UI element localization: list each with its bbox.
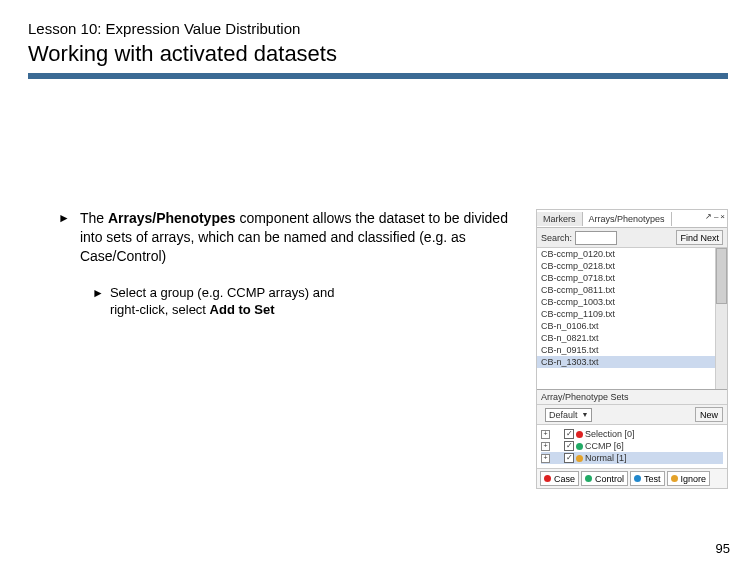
list-item[interactable]: CB-ccmp_0218.txt — [537, 260, 727, 272]
category-label: Ignore — [681, 474, 707, 484]
checkbox[interactable]: ✓ — [564, 441, 574, 451]
tree-row[interactable]: +✓CCMP [6] — [541, 440, 723, 452]
expand-icon[interactable]: + — [541, 454, 550, 463]
paragraph-main: The Arrays/Phenotypes component allows t… — [80, 209, 522, 266]
checkbox[interactable]: ✓ — [564, 429, 574, 439]
color-dot-icon — [576, 431, 583, 438]
tree-row[interactable]: +✓Normal [1] — [541, 452, 723, 464]
tab-arrays-phenotypes[interactable]: Arrays/Phenotypes — [583, 212, 672, 226]
checkbox[interactable]: ✓ — [564, 453, 574, 463]
paragraph-sub: Select a group (e.g. CCMP arrays) and ri… — [110, 284, 350, 319]
list-item[interactable]: CB-n_0821.txt — [537, 332, 727, 344]
panel-tab-bar: Markers Arrays/Phenotypes ↗ – × — [537, 210, 727, 228]
find-next-button[interactable]: Find Next — [676, 230, 723, 245]
file-list[interactable]: CB-ccmp_0120.txtCB-ccmp_0218.txtCB-ccmp_… — [537, 248, 727, 390]
bullet-arrow-icon: ► — [58, 211, 70, 266]
category-tab[interactable]: Ignore — [667, 471, 711, 486]
list-item[interactable]: CB-ccmp_1109.txt — [537, 308, 727, 320]
panel-window-controls: ↗ – × — [705, 212, 725, 221]
color-dot-icon — [544, 475, 551, 482]
bullet-arrow-icon: ► — [92, 286, 104, 319]
arrays-phenotypes-panel: Markers Arrays/Phenotypes ↗ – × Search: … — [536, 209, 728, 489]
list-item[interactable]: CB-ccmp_0120.txt — [537, 248, 727, 260]
minimize-icon[interactable]: – — [714, 212, 718, 221]
tree-label: Normal [1] — [585, 453, 627, 463]
sets-header-row: Array/Phenotype Sets — [537, 390, 727, 405]
list-item[interactable]: CB-n_0915.txt — [537, 344, 727, 356]
tree-row[interactable]: +✓Selection [0] — [541, 428, 723, 440]
color-dot-icon — [576, 443, 583, 450]
category-tab[interactable]: Test — [630, 471, 665, 486]
sets-combo[interactable]: Default ▼ — [545, 408, 592, 422]
tree-label: CCMP [6] — [585, 441, 624, 451]
category-tab[interactable]: Control — [581, 471, 628, 486]
tree-label: Selection [0] — [585, 429, 635, 439]
search-input[interactable] — [575, 231, 617, 245]
new-set-button[interactable]: New — [695, 407, 723, 422]
expand-icon[interactable]: + — [541, 442, 550, 451]
category-tab[interactable]: Case — [540, 471, 579, 486]
color-dot-icon — [634, 475, 641, 482]
tab-markers[interactable]: Markers — [537, 212, 583, 226]
lesson-header: Lesson 10: Expression Value Distribution — [28, 20, 728, 37]
list-item[interactable]: CB-ccmp_0811.txt — [537, 284, 727, 296]
title-rule — [28, 73, 728, 79]
slide-title: Working with activated datasets — [28, 41, 728, 67]
vertical-scrollbar[interactable] — [715, 248, 727, 389]
list-item[interactable]: CB-n_0106.txt — [537, 320, 727, 332]
category-label: Test — [644, 474, 661, 484]
category-label: Control — [595, 474, 624, 484]
search-row: Search: Find Next — [537, 228, 727, 248]
search-label: Search: — [541, 233, 572, 243]
category-tabbar: CaseControlTestIgnore — [537, 469, 727, 488]
arrow-icon[interactable]: ↗ — [705, 212, 712, 221]
color-dot-icon — [576, 455, 583, 462]
color-dot-icon — [671, 475, 678, 482]
page-number: 95 — [716, 541, 730, 556]
expand-icon[interactable]: + — [541, 430, 550, 439]
list-item[interactable]: CB-n_1303.txt — [537, 356, 727, 368]
color-dot-icon — [585, 475, 592, 482]
close-icon[interactable]: × — [720, 212, 725, 221]
sets-header-label: Array/Phenotype Sets — [541, 392, 629, 402]
list-item[interactable]: CB-ccmp_0718.txt — [537, 272, 727, 284]
text-column: ► The Arrays/Phenotypes component allows… — [28, 209, 522, 329]
sets-tree[interactable]: +✓Selection [0]+✓CCMP [6]+✓Normal [1] — [537, 425, 727, 469]
list-item[interactable]: CB-ccmp_1003.txt — [537, 296, 727, 308]
category-label: Case — [554, 474, 575, 484]
